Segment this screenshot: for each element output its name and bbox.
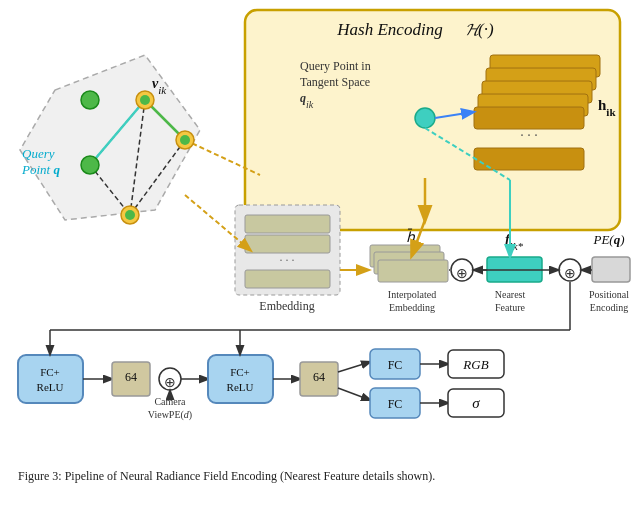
camera-view-label2: ViewPE(d) [148, 409, 192, 421]
hash-encoding-H: 𝓗(·) [465, 20, 494, 39]
svg-text:· · ·: · · · [280, 253, 295, 267]
svg-point-20 [140, 95, 150, 105]
svg-rect-25 [245, 215, 330, 233]
label-64-1: 64 [125, 370, 137, 384]
hash-encoding-title: Hash Encoding [336, 20, 442, 39]
fc-relu-1-box [18, 355, 83, 403]
fc-relu-2-label: FC+ [230, 366, 250, 378]
fc-sigma-label: FC [388, 397, 403, 411]
label-64-2: 64 [313, 370, 325, 384]
pos-enc-label2: Encoding [590, 302, 628, 313]
interp-embed-label: Interpolated [388, 289, 436, 300]
svg-text:· · ·: · · · [520, 128, 538, 143]
query-tangent-label: Query Point in [300, 59, 371, 73]
svg-rect-6 [474, 107, 584, 129]
svg-rect-30 [378, 260, 448, 282]
svg-rect-26 [245, 235, 330, 253]
nearest-feat-label2: Feature [495, 302, 526, 313]
svg-text:⊕: ⊕ [456, 266, 468, 281]
fc-rgb-label: FC [388, 358, 403, 372]
svg-point-18 [81, 156, 99, 174]
pos-enc-label: Positional [589, 289, 629, 300]
sigma-output-label: σ [472, 395, 480, 411]
rgb-output-label: RGB [462, 357, 488, 372]
svg-point-22 [180, 135, 190, 145]
svg-text:⊕: ⊕ [564, 266, 576, 281]
svg-rect-8 [474, 148, 584, 170]
pe-q-box [592, 257, 630, 282]
embedding-label: Embedding [259, 299, 314, 313]
fc-relu-2-box [208, 355, 273, 403]
svg-text:⊕: ⊕ [164, 375, 176, 390]
pe-q-label: PE(q) [592, 232, 624, 247]
nearest-feat-label: Nearest [495, 289, 526, 300]
svg-point-24 [125, 210, 135, 220]
interp-embed-label2: Embedding [389, 302, 435, 313]
tangent-node [415, 108, 435, 128]
fc-relu-1-label: FC+ [40, 366, 60, 378]
diagram: Hash Encoding 𝓗(·) · · · hik Query Point… [0, 0, 640, 525]
svg-point-17 [81, 91, 99, 109]
query-tangent-label2: Tangent Space [300, 75, 370, 89]
query-point-label2: Point q [21, 162, 60, 177]
fc-relu-1-label2: ReLU [37, 381, 64, 393]
caption-text: Figure 3: Pipeline of Neural Radiance Fi… [18, 469, 435, 483]
query-point-label: Query [22, 146, 55, 161]
svg-rect-28 [245, 270, 330, 288]
fc-relu-2-label2: ReLU [227, 381, 254, 393]
